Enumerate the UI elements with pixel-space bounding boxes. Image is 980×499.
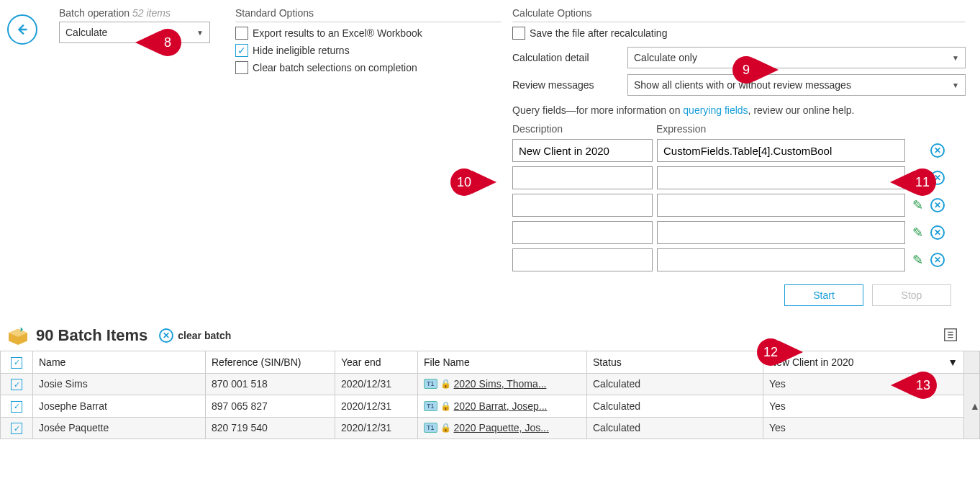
pencil-icon: ✎ [912, 225, 923, 240]
cell-yearend: 2020/12/31 [335, 395, 418, 418]
delete-query-row-1[interactable]: ✕ [930, 170, 945, 186]
batch-op-label: Batch operation 52 items [59, 7, 224, 19]
chevron-down-icon: ▼ [952, 81, 959, 89]
cell-ref: 820 719 540 [206, 417, 335, 439]
export-label: Export results to an Excel® Workbook [253, 27, 422, 39]
calculate-options-title: Calculate Options [512, 7, 966, 19]
delete-query-row-3[interactable]: ✕ [930, 225, 945, 240]
review-msg-dropdown[interactable]: Show all clients with or without review … [627, 74, 966, 96]
pencil-icon: ✎ [912, 197, 923, 213]
query-desc-input-0[interactable] [512, 139, 653, 162]
cell-filename: T1 🔒 2020 Sims, Thoma... [418, 373, 587, 395]
cell-ref: 870 001 518 [206, 373, 335, 395]
table-row[interactable]: ✓ Josephe Barrat 897 065 827 2020/12/31 … [1, 395, 980, 418]
file-type-icon: T1 [424, 401, 437, 411]
file-link[interactable]: 2020 Sims, Thoma... [454, 378, 547, 390]
query-expr-input-3[interactable] [657, 221, 905, 244]
edit-query-row-4[interactable]: ✎ [909, 252, 925, 268]
stop-button[interactable]: Stop [872, 284, 951, 306]
cell-newclient: Yes [763, 373, 964, 395]
scrollbar[interactable]: ▲ [964, 373, 980, 439]
cell-status: Calculated [587, 417, 763, 439]
clear-label: Clear batch selections on completion [253, 62, 417, 73]
query-expr-input-0[interactable] [657, 139, 905, 162]
query-expr-input-1[interactable] [657, 166, 905, 189]
checkbox-checked-icon: ✓ [235, 44, 248, 57]
batch-operation-value: Calculate [65, 27, 107, 38]
cell-newclient: Yes [763, 417, 964, 439]
close-icon: ✕ [159, 328, 173, 343]
item-count: 52 items [132, 7, 171, 19]
cell-ref: 897 065 827 [206, 395, 335, 418]
clear-batch-button[interactable]: ✕ clear batch [159, 328, 231, 343]
row-checkbox[interactable]: ✓ [1, 373, 33, 395]
col-filename[interactable]: File Name [418, 351, 587, 374]
batch-items-title: 90 Batch Items [36, 326, 148, 345]
pencil-icon: ✎ [912, 170, 923, 186]
review-msg-value: Show all clients with or without review … [634, 79, 851, 91]
chevron-down-icon: ▼ [948, 356, 958, 368]
export-checkbox-row[interactable]: Export results to an Excel® Workbook [235, 27, 502, 40]
cell-name: Josie Sims [33, 373, 206, 395]
file-link[interactable]: 2020 Barrat, Josep... [454, 400, 548, 412]
review-msg-label: Review messages [512, 79, 620, 91]
row-checkbox[interactable]: ✓ [1, 417, 33, 439]
cell-filename: T1 🔒 2020 Paquette, Jos... [418, 417, 587, 439]
calc-detail-dropdown[interactable]: Calculate only ▼ [627, 47, 966, 68]
close-icon: ✕ [930, 198, 945, 212]
row-checkbox[interactable]: ✓ [1, 395, 33, 418]
start-button[interactable]: Start [784, 284, 863, 306]
query-desc-input-4[interactable] [512, 248, 653, 271]
save-checkbox-row[interactable]: Save the file after recalculating [512, 27, 966, 40]
file-link[interactable]: 2020 Paquette, Jos... [454, 422, 549, 433]
close-icon: ✕ [930, 143, 945, 158]
description-header: Description [512, 123, 656, 135]
cell-yearend: 2020/12/31 [335, 417, 418, 439]
col-name[interactable]: Name [33, 351, 206, 374]
col-reference[interactable]: Reference (SIN/BN) [206, 351, 335, 374]
query-desc-input-1[interactable] [512, 166, 653, 189]
clear-batch-label: clear batch [178, 330, 231, 341]
query-help-text: Query fields—for more information on que… [512, 104, 966, 116]
calc-detail-label: Calculation detail [512, 52, 620, 63]
chevron-down-icon: ▼ [952, 54, 959, 62]
query-desc-input-2[interactable] [512, 194, 653, 217]
query-expr-input-4[interactable] [657, 248, 905, 271]
checkbox-unchecked-icon [512, 27, 525, 40]
table-row[interactable]: ✓ Josie Sims 870 001 518 2020/12/31 T1 🔒… [1, 373, 980, 395]
col-status[interactable]: Status [587, 351, 763, 374]
edit-query-row-2[interactable]: ✎ [909, 197, 925, 213]
export-excel-button[interactable] [943, 327, 958, 345]
back-button[interactable] [7, 14, 37, 45]
cell-yearend: 2020/12/31 [335, 373, 418, 395]
hide-label: Hide ineligible returns [253, 45, 350, 56]
col-yearend[interactable]: Year end [335, 351, 418, 374]
query-expr-input-2[interactable] [657, 194, 905, 217]
delete-query-row-2[interactable]: ✕ [930, 197, 945, 213]
cell-newclient: Yes [763, 395, 964, 418]
batch-operation-dropdown[interactable]: Calculate ▼ [59, 22, 210, 43]
expression-header: Expression [656, 123, 908, 135]
delete-query-row-4[interactable]: ✕ [930, 252, 945, 268]
querying-fields-link[interactable]: querying fields [683, 104, 748, 116]
pencil-icon: ✎ [912, 252, 923, 268]
standard-options-title: Standard Options [235, 7, 502, 19]
file-type-icon: T1 [424, 423, 437, 433]
edit-query-row-1[interactable]: ✎ [909, 170, 925, 186]
delete-query-row-0[interactable]: ✕ [930, 143, 945, 158]
batch-box-icon [7, 326, 29, 345]
col-newclient[interactable]: New Client in 2020▼ [763, 351, 964, 374]
select-all-checkbox[interactable]: ✓ [1, 351, 33, 374]
close-icon: ✕ [930, 253, 945, 267]
close-icon: ✕ [930, 225, 945, 240]
clear-checkbox-row[interactable]: Clear batch selections on completion [235, 61, 502, 74]
close-icon: ✕ [930, 171, 945, 185]
edit-query-row-3[interactable]: ✎ [909, 225, 925, 240]
save-label: Save the file after recalculating [530, 27, 667, 39]
checkbox-unchecked-icon [235, 61, 248, 74]
query-desc-input-3[interactable] [512, 221, 653, 244]
table-row[interactable]: ✓ Josée Paquette 820 719 540 2020/12/31 … [1, 417, 980, 439]
calc-detail-value: Calculate only [634, 52, 697, 63]
hide-checkbox-row[interactable]: ✓ Hide ineligible returns [235, 44, 502, 57]
lock-icon: 🔒 [440, 379, 451, 389]
